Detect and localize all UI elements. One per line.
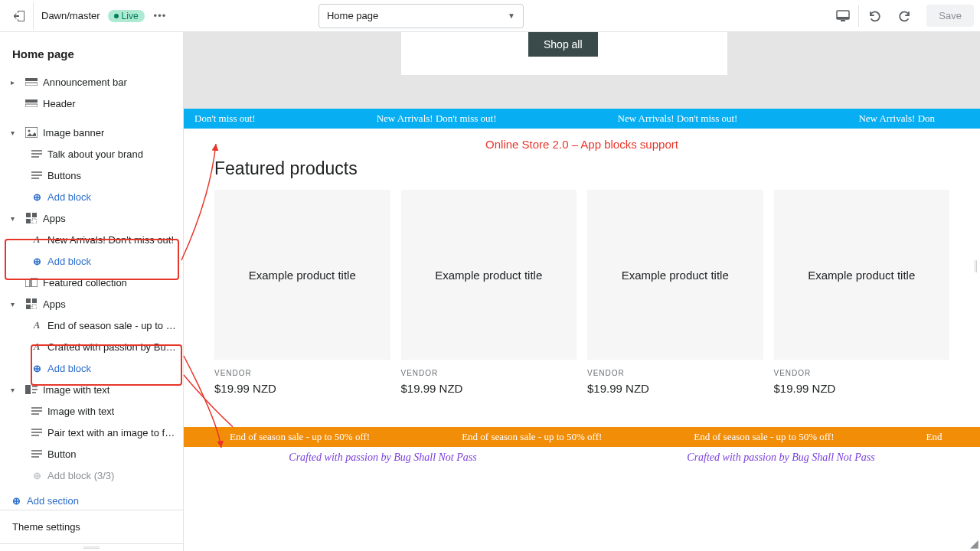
section-label: Announcement bar (43, 77, 127, 88)
product-vendor: VENDOR (587, 360, 763, 380)
add-block-disabled: ⊕ Add block (3/3) (0, 465, 183, 486)
svg-rect-16 (32, 213, 37, 217)
svg-point-8 (28, 130, 31, 132)
add-block-label: Add block (47, 363, 91, 374)
product-card[interactable]: Example product title VENDOR $19.99 NZD (214, 190, 390, 396)
section-label: Image with text (43, 384, 109, 396)
apps-icon (24, 298, 38, 310)
section-icon (24, 97, 38, 109)
section-announcement-bar[interactable]: ▸ Announcement bar (0, 71, 183, 93)
section-image-with-text[interactable]: ▾ Image with text (0, 379, 183, 400)
chevron-right-icon: ▸ (11, 78, 20, 86)
preview-pane: Shop all Don't miss out! New Arrivals! D… (184, 32, 980, 551)
marquee-text: Don't miss out! (184, 112, 266, 125)
product-card[interactable]: Example product title VENDOR $19.99 NZD (401, 190, 577, 396)
block-new-arrivals[interactable]: A New Arrivals! Don't miss out! (0, 229, 183, 250)
section-apps-1[interactable]: ▾ Apps (0, 207, 183, 229)
block-button[interactable]: Button (0, 443, 183, 465)
scrollbar-handle[interactable]: ║ (972, 260, 980, 276)
text-block-icon (31, 148, 43, 160)
theme-settings-label: Theme settings (12, 521, 80, 533)
block-label: End of season sale - up to 50% ... (47, 320, 178, 331)
collection-icon (24, 276, 38, 289)
chevron-down-icon: ▾ (11, 214, 20, 223)
chevron-down-icon: ▾ (11, 386, 20, 394)
more-button[interactable]: ••• (154, 10, 167, 21)
block-end-of-season[interactable]: A End of season sale - up to 50% ... (0, 315, 183, 336)
preview-content: Shop all Don't miss out! New Arrivals! D… (184, 32, 980, 551)
product-price: $19.99 NZD (774, 380, 950, 396)
plus-circle-icon: ⊕ (31, 469, 43, 481)
plus-circle-icon: ⊕ (31, 255, 43, 267)
product-image-placeholder: Example product title (401, 190, 577, 360)
topbar: Dawn/master Live ••• Home page ▼ Save (0, 0, 980, 32)
resize-corner-icon[interactable]: ◢ (970, 537, 978, 549)
app-block-icon: A (31, 233, 43, 246)
sidebar-title: Home page (0, 32, 183, 71)
resize-handle[interactable]: ═══ (0, 543, 183, 551)
marquee-text: End of season sale - up to 50% off! (648, 431, 880, 443)
section-label: Image banner (43, 127, 104, 139)
chevron-down-icon: ▾ (11, 129, 20, 137)
svg-rect-6 (25, 104, 38, 107)
featured-products-title: Featured products (184, 155, 980, 190)
section-header[interactable]: Header (0, 93, 183, 114)
block-label: New Arrivals! Don't miss out! (47, 234, 174, 246)
svg-rect-17 (26, 219, 31, 223)
block-talk-about[interactable]: Talk about your brand (0, 143, 183, 165)
theme-settings-button[interactable]: Theme settings (0, 510, 183, 543)
svg-rect-22 (32, 298, 37, 303)
marquee-text: End (880, 431, 980, 443)
add-block-apps1[interactable]: ⊕ Add block (0, 250, 183, 272)
svg-rect-25 (25, 385, 31, 394)
block-pair-text[interactable]: Pair text with an image to focus ... (0, 422, 183, 443)
product-vendor: VENDOR (214, 360, 390, 380)
marquee-text: End of season sale - up to 50% off! (416, 431, 648, 443)
marquee-new-arrivals: Don't miss out! New Arrivals! Don't miss… (184, 109, 980, 129)
live-label: Live (122, 11, 139, 21)
sidebar: Home page ▸ Announcement bar Header ▾ Im… (0, 32, 184, 551)
live-badge: Live (108, 10, 145, 22)
section-image-banner[interactable]: ▾ Image banner (0, 122, 183, 143)
undo-button[interactable] (859, 1, 890, 31)
block-label: Talk about your brand (47, 148, 143, 160)
add-block-apps2[interactable]: ⊕ Add block (0, 357, 183, 379)
chevron-down-icon: ▾ (11, 300, 20, 308)
svg-rect-20 (31, 278, 38, 287)
redo-button[interactable] (890, 1, 920, 31)
block-image-with-text[interactable]: Image with text (0, 400, 183, 422)
svg-rect-19 (25, 279, 30, 287)
product-card[interactable]: Example product title VENDOR $19.99 NZD (774, 190, 950, 396)
annotation-text: Online Store 2.0 – App blocks support (184, 129, 980, 155)
svg-rect-23 (26, 305, 31, 309)
shop-all-button[interactable]: Shop all (528, 32, 598, 57)
topbar-right: Save (828, 1, 974, 31)
product-grid: Example product title VENDOR $19.99 NZD … (184, 190, 980, 396)
undo-icon (867, 9, 881, 23)
svg-rect-4 (25, 83, 38, 86)
page-selector-label: Home page (327, 10, 378, 21)
save-button[interactable]: Save (926, 5, 974, 27)
hero-section: Shop all (184, 32, 980, 109)
section-apps-2[interactable]: ▾ Apps (0, 293, 183, 315)
section-label: Apps (43, 213, 66, 224)
block-crafted[interactable]: A Crafted with passion by Bug Sha... (0, 336, 183, 357)
section-label: Header (43, 98, 76, 109)
page-selector[interactable]: Home page ▼ (318, 4, 524, 28)
add-block-label: Add block (47, 191, 91, 203)
app-block-icon: A (31, 341, 43, 353)
crafted-text: Crafted with passion by Bug Shall Not Pa… (687, 452, 874, 464)
add-block-banner[interactable]: ⊕ Add block (0, 186, 183, 207)
exit-button[interactable] (6, 2, 34, 30)
svg-rect-15 (26, 213, 31, 217)
section-featured-collection[interactable]: Featured collection (0, 272, 183, 293)
plus-circle-icon: ⊕ (31, 362, 43, 374)
main: Home page ▸ Announcement bar Header ▾ Im… (0, 32, 980, 551)
product-card[interactable]: Example product title VENDOR $19.99 NZD (587, 190, 763, 396)
text-block-icon (31, 169, 43, 181)
svg-rect-18 (32, 219, 37, 223)
block-buttons[interactable]: Buttons (0, 165, 183, 186)
add-section-button[interactable]: ⊕ Add section (0, 486, 183, 510)
svg-rect-2 (841, 20, 845, 21)
viewport-button[interactable] (828, 1, 858, 31)
